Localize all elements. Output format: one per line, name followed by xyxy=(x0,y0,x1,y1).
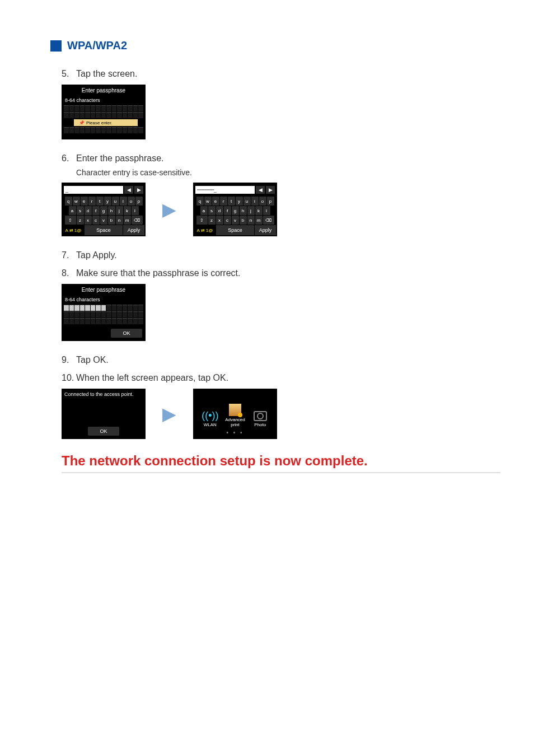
key-⌫[interactable]: ⌫ xyxy=(263,216,274,225)
cursor-right-button[interactable]: ▶ xyxy=(266,186,275,194)
ok-button[interactable]: OK xyxy=(111,329,142,338)
photo-label: Photo xyxy=(254,423,266,427)
key-⌫[interactable]: ⌫ xyxy=(132,216,143,225)
step-8: 8. Make sure that the passphrase is corr… xyxy=(62,268,500,278)
home-screen: ((•)) WLAN Advanced print Photo • • • xyxy=(193,389,277,439)
key-a[interactable]: a xyxy=(200,206,208,215)
key-q[interactable]: q xyxy=(196,197,204,206)
space-key[interactable]: Space xyxy=(85,225,123,235)
ok-button[interactable]: OK xyxy=(88,427,119,436)
key-v[interactable]: v xyxy=(100,216,107,225)
screen-title: Enter passphrase xyxy=(62,284,146,295)
bullet-icon xyxy=(50,40,62,52)
key-m[interactable]: m xyxy=(255,216,263,225)
key-g[interactable]: g xyxy=(232,206,239,215)
photo-icon xyxy=(254,411,267,421)
key-n[interactable]: n xyxy=(247,216,255,225)
key-f[interactable]: f xyxy=(224,206,231,215)
key-m[interactable]: m xyxy=(124,216,131,225)
input-bar: ━━━━━━_ ◀ ▶ xyxy=(194,184,276,196)
key-r[interactable]: r xyxy=(88,197,96,206)
key-a[interactable]: a xyxy=(69,206,76,215)
apply-key[interactable]: Apply xyxy=(255,225,276,235)
key-o[interactable]: o xyxy=(128,197,135,206)
key-x[interactable]: x xyxy=(85,216,92,225)
keyboard[interactable]: qwertyuiop asdfghjkl ⇧zxcvbnm⌫ A ⇄ 1@ Sp… xyxy=(63,197,144,235)
screen-title: Enter passphrase xyxy=(62,85,146,96)
key-o[interactable]: o xyxy=(259,197,266,206)
key-t[interactable]: t xyxy=(96,197,104,206)
text-field[interactable]: _ xyxy=(64,186,123,194)
text-field[interactable]: ━━━━━━_ xyxy=(195,186,255,194)
key-h[interactable]: h xyxy=(240,206,247,215)
step-7: 7. Tap Apply. xyxy=(62,250,500,260)
key-f[interactable]: f xyxy=(92,206,100,215)
apply-key[interactable]: Apply xyxy=(123,225,144,235)
key-l[interactable]: l xyxy=(132,206,139,215)
key-y[interactable]: y xyxy=(104,197,111,206)
key-p[interactable]: p xyxy=(267,197,274,206)
key-q[interactable]: q xyxy=(65,197,72,206)
key-d[interactable]: d xyxy=(85,206,92,215)
connected-screen: Connected to the access point. OK xyxy=(62,389,146,439)
key-s[interactable]: s xyxy=(208,206,216,215)
key-r[interactable]: r xyxy=(220,197,227,206)
input-bar: _ ◀ ▶ xyxy=(63,184,144,196)
key-k[interactable]: k xyxy=(255,206,263,215)
mode-key[interactable]: A ⇄ 1@ xyxy=(63,225,84,235)
section-header: WPA/WPA2 xyxy=(50,39,500,52)
key-v[interactable]: v xyxy=(232,216,239,225)
step-text: Tap OK. xyxy=(76,355,500,365)
step-text: Make sure that the passphrase is correct… xyxy=(76,268,500,278)
key-z[interactable]: z xyxy=(208,216,216,225)
char-limit-text: 8-64 characters xyxy=(62,96,146,105)
key-i[interactable]: i xyxy=(251,197,259,206)
key-h[interactable]: h xyxy=(108,206,115,215)
key-g[interactable]: g xyxy=(100,206,107,215)
step-text: Tap the screen. xyxy=(76,69,500,79)
key-n[interactable]: n xyxy=(116,216,123,225)
cursor-left-button[interactable]: ◀ xyxy=(124,186,133,194)
step-number: 8. xyxy=(62,268,76,278)
step-text: Tap Apply. xyxy=(76,250,500,260)
key-j[interactable]: j xyxy=(247,206,255,215)
arrow-right-icon: ▶ xyxy=(162,403,176,424)
photo-item[interactable]: Photo xyxy=(249,411,271,427)
key-w[interactable]: w xyxy=(204,197,212,206)
key-e[interactable]: e xyxy=(212,197,219,206)
key-d[interactable]: d xyxy=(216,206,223,215)
key-k[interactable]: k xyxy=(124,206,131,215)
key-b[interactable]: b xyxy=(108,216,115,225)
step-text: When the left screen appears, tap OK. xyxy=(76,373,500,383)
key-b[interactable]: b xyxy=(240,216,247,225)
key-w[interactable]: w xyxy=(73,197,80,206)
key-x[interactable]: x xyxy=(216,216,223,225)
space-key[interactable]: Space xyxy=(216,225,254,235)
key-e[interactable]: e xyxy=(81,197,88,206)
key-c[interactable]: c xyxy=(224,216,231,225)
advanced-print-item[interactable]: Advanced print xyxy=(224,404,246,427)
key-u[interactable]: u xyxy=(243,197,251,206)
key-j[interactable]: j xyxy=(116,206,123,215)
key-p[interactable]: p xyxy=(135,197,143,206)
wlan-item[interactable]: ((•)) WLAN xyxy=(199,410,221,427)
cursor-left-button[interactable]: ◀ xyxy=(256,186,265,194)
key-l[interactable]: l xyxy=(263,206,270,215)
key-y[interactable]: y xyxy=(236,197,243,206)
mode-key[interactable]: A ⇄ 1@ xyxy=(194,225,216,235)
key-⇧[interactable]: ⇧ xyxy=(196,216,208,225)
step-number: 7. xyxy=(62,250,76,260)
passphrase-entry-screen: Enter passphrase 8-64 characters 📌Please… xyxy=(62,85,146,139)
keyboard[interactable]: qwertyuiop asdfghjkl ⇧zxcvbnm⌫ A ⇄ 1@ Sp… xyxy=(194,197,276,235)
key-i[interactable]: i xyxy=(120,197,127,206)
step-number: 6. xyxy=(62,153,76,164)
key-t[interactable]: t xyxy=(228,197,235,206)
key-⇧[interactable]: ⇧ xyxy=(65,216,76,225)
cursor-right-button[interactable]: ▶ xyxy=(134,186,143,194)
key-z[interactable]: z xyxy=(77,216,84,225)
key-u[interactable]: u xyxy=(112,197,119,206)
key-s[interactable]: s xyxy=(77,206,84,215)
keyboard-screen-before: _ ◀ ▶ qwertyuiop asdfghjkl ⇧zxcvbnm⌫ A ⇄… xyxy=(62,183,146,236)
key-c[interactable]: c xyxy=(92,216,100,225)
wlan-icon: ((•)) xyxy=(202,410,218,421)
